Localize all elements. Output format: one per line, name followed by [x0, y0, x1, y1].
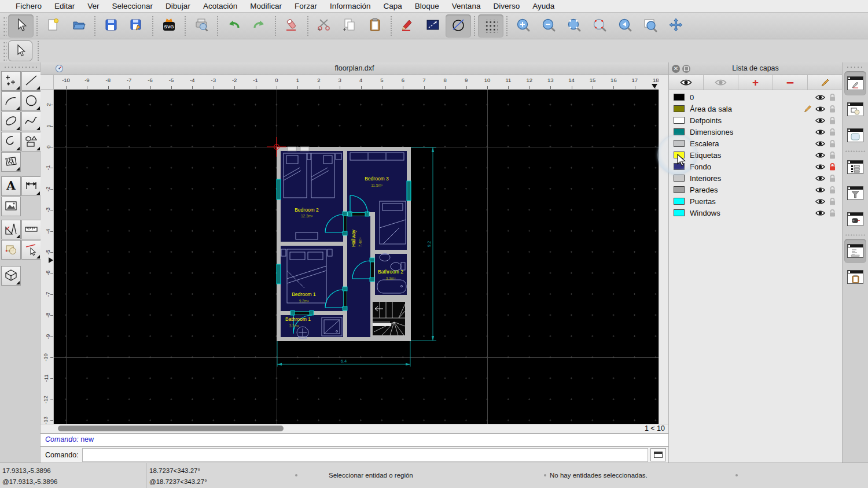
paste-button[interactable]	[362, 14, 388, 38]
snap-free-button[interactable]	[446, 14, 471, 38]
visibility-eye-icon[interactable]	[815, 106, 825, 112]
cut-button[interactable]	[311, 14, 337, 38]
layer-color-swatch[interactable]	[674, 175, 685, 182]
visibility-eye-icon[interactable]	[815, 141, 825, 147]
visibility-eye-icon[interactable]	[815, 198, 825, 205]
lock-icon[interactable]	[829, 116, 836, 125]
menu-item-ver[interactable]: Ver	[81, 2, 105, 10]
property-editor-panel-button[interactable]	[844, 71, 866, 95]
copy-button[interactable]	[337, 14, 362, 38]
layer-color-swatch[interactable]	[674, 94, 685, 101]
selection-pointer-button[interactable]	[8, 40, 32, 61]
ellipse-tool-button[interactable]	[1, 112, 21, 131]
command-window-toggle-button[interactable]	[650, 448, 666, 461]
dock-grip[interactable]	[846, 66, 865, 69]
vertical-scrollbar[interactable]	[659, 90, 668, 424]
lock-icon[interactable]	[829, 162, 836, 171]
layer-row-0[interactable]: 0	[669, 91, 842, 103]
visibility-eye-icon[interactable]	[815, 164, 825, 170]
toolbar-grip[interactable]	[3, 41, 7, 61]
lock-icon[interactable]	[829, 186, 836, 194]
visibility-eye-icon[interactable]	[815, 129, 825, 135]
toolbar-grip[interactable]	[3, 16, 7, 36]
zoom-out-button[interactable]	[536, 14, 561, 38]
panel-title-bar[interactable]: ✕ Lista de capas	[669, 62, 842, 75]
layer-row-area-da-sala[interactable]: Área da sala	[669, 103, 842, 114]
draw-pencil-button[interactable]	[395, 14, 420, 38]
visibility-eye-icon[interactable]	[815, 210, 825, 216]
lock-icon[interactable]	[829, 128, 836, 136]
selection-filter-panel-button[interactable]	[844, 181, 866, 205]
svg-export-button[interactable]: SVG	[156, 14, 182, 38]
points-tool-button[interactable]	[1, 71, 21, 91]
lock-icon[interactable]	[829, 197, 836, 206]
visibility-eye-icon[interactable]	[815, 117, 825, 124]
layer-list-panel-button[interactable]	[844, 155, 866, 179]
visibility-eye-icon[interactable]	[815, 187, 825, 193]
floorplan-drawing[interactable]: Bedroom 2 12.3m² Bedroom 3 11.5m² Bedroo…	[265, 135, 439, 372]
document-title-bar[interactable]: floorplan.dxf	[41, 62, 668, 75]
menu-item-ventana[interactable]: Ventana	[446, 2, 487, 10]
shapes-tool-button[interactable]	[21, 132, 41, 151]
visibility-eye-icon[interactable]	[815, 94, 825, 101]
zoom-window-button[interactable]	[638, 14, 663, 38]
line-tool-button[interactable]	[21, 71, 41, 91]
layer-row-escalera[interactable]: Escalera	[669, 138, 842, 149]
save-button[interactable]	[98, 14, 124, 38]
zoom-auto-button[interactable]	[561, 14, 587, 38]
zoom-previous-button[interactable]	[612, 14, 638, 38]
layer-color-swatch[interactable]	[674, 198, 685, 205]
edit-layer-button[interactable]	[808, 75, 842, 90]
show-all-layers-button[interactable]	[669, 75, 704, 90]
menu-item-ayuda[interactable]: Ayuda	[526, 2, 561, 10]
arc-tool-button[interactable]	[1, 91, 21, 111]
viewport-panel-button[interactable]	[844, 207, 866, 231]
menu-item-fichero[interactable]: Fichero	[9, 2, 48, 10]
zoom-in-button[interactable]	[510, 14, 536, 38]
undo-button[interactable]	[221, 14, 247, 38]
open-file-button[interactable]	[66, 14, 91, 38]
grid-snap-button[interactable]	[478, 14, 503, 38]
command-input[interactable]	[82, 448, 648, 462]
draw-tools-button[interactable]	[1, 220, 21, 239]
layer-row-fondo[interactable]: Fondo	[669, 161, 842, 172]
hide-all-layers-button[interactable]	[704, 75, 738, 90]
print-preview-button[interactable]	[189, 14, 214, 38]
spline-tool-button[interactable]	[21, 112, 41, 131]
layer-row-etiquetas[interactable]: Etiquetas	[669, 149, 842, 161]
menu-item-modificar[interactable]: Modificar	[244, 2, 288, 10]
text-tool-button[interactable]: A	[1, 176, 21, 196]
lock-icon[interactable]	[829, 209, 836, 217]
menu-item-diverso[interactable]: Diverso	[487, 2, 526, 10]
pointer-tool-button[interactable]	[8, 14, 34, 38]
lock-icon[interactable]	[829, 93, 836, 102]
new-file-button[interactable]	[41, 14, 66, 38]
visibility-eye-icon[interactable]	[815, 175, 825, 182]
pan-button[interactable]	[663, 14, 689, 38]
lock-icon[interactable]	[829, 105, 836, 113]
layer-color-swatch[interactable]	[674, 128, 685, 135]
remove-layer-button[interactable]: −	[773, 75, 808, 90]
visibility-eye-icon[interactable]	[815, 152, 825, 158]
redo-button[interactable]	[247, 14, 272, 38]
polyline-tool-button[interactable]	[1, 132, 21, 151]
palette-grip[interactable]	[3, 66, 37, 69]
3d-box-tool-button[interactable]	[1, 266, 21, 286]
layer-row-defpoints[interactable]: Defpoints	[669, 114, 842, 126]
lock-icon[interactable]	[829, 151, 836, 160]
block-list-panel-button[interactable]	[844, 97, 866, 121]
layer-color-swatch[interactable]	[674, 117, 685, 124]
layer-row-interiores[interactable]: Interiores	[669, 172, 842, 184]
menu-item-informacion[interactable]: Información	[323, 2, 377, 10]
layer-color-swatch[interactable]	[674, 209, 685, 216]
zoom-select-button[interactable]	[587, 14, 612, 38]
lock-icon[interactable]	[829, 139, 836, 148]
blocks-tool-button[interactable]	[1, 240, 21, 260]
measure-tool-button[interactable]	[21, 220, 41, 239]
layer-color-swatch[interactable]	[674, 105, 685, 112]
menu-item-dibujar[interactable]: Dibujar	[159, 2, 197, 10]
circle-tool-button[interactable]	[21, 91, 41, 111]
ortho-restrict-button[interactable]	[420, 14, 446, 38]
clipboard-panel-button[interactable]	[844, 265, 866, 289]
dimension-tool-button[interactable]	[21, 176, 41, 196]
